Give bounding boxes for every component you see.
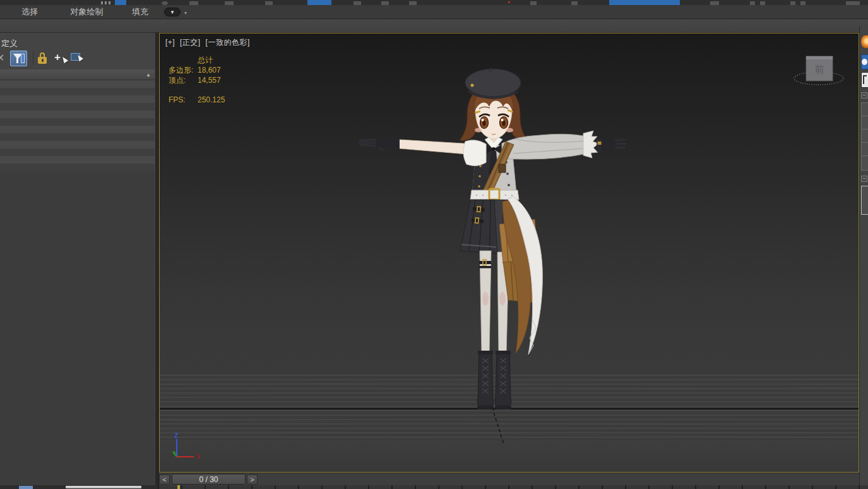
panel-field-partial[interactable] [861, 186, 868, 215]
filter-icon-stem [16, 58, 18, 63]
ribbon-body-collapsed [0, 20, 868, 33]
ribbon-tab-row: 选择 对象绘制 填充 ▾ ▾ [0, 5, 868, 19]
track-bar-ticks[interactable] [158, 485, 868, 489]
boot-left-sole [477, 406, 494, 409]
thigh-strap-upper [479, 261, 491, 264]
stats-polygons-value: 18,607 [198, 65, 225, 75]
stats-vertices-value: 14,557 [198, 75, 225, 85]
panel-icon-blue[interactable] [861, 54, 868, 69]
mini-scrollbar[interactable] [66, 486, 141, 488]
list-column-header[interactable]: ▲ [0, 69, 155, 80]
rollout-collapse-icon[interactable]: − [861, 92, 867, 99]
cuff-frill [583, 131, 598, 158]
toolbar-icon-fragment[interactable] [508, 1, 510, 3]
beret-stub [489, 68, 492, 72]
ribbon-tab-object-paint[interactable]: 对象绘制 [63, 5, 110, 19]
viewcube-top-edge [806, 56, 833, 59]
ribbon-dropdown-caret-icon[interactable]: ▾ [184, 10, 187, 16]
close-icon[interactable]: ✕ [0, 52, 4, 64]
command-panel-strip: − − [859, 27, 868, 489]
sort-ascending-icon[interactable]: ▲ [146, 72, 151, 78]
toolbar-icon-fragment[interactable] [109, 1, 110, 4]
panel-toolbar: ✕ + [0, 51, 155, 68]
sleeve-right-long [502, 134, 587, 159]
panel-title: 定义 [1, 38, 18, 49]
ribbon-tab-populate[interactable]: 填充 [124, 5, 157, 19]
character-model[interactable] [350, 66, 628, 414]
toolbar-icon-fragment[interactable] [101, 1, 103, 4]
viewport-statistics: 总计 多边形: 18,607 顶点: 14,557 FPS: 250.125 [169, 55, 225, 105]
create-tab-icon[interactable] [861, 35, 868, 48]
world-axis-tripod: Z X [172, 432, 201, 461]
stats-vertices-label: 顶点: [169, 75, 198, 85]
filter-button[interactable] [10, 51, 27, 66]
sash-emblem [499, 164, 506, 172]
glove-right-wrist [597, 139, 602, 152]
beret [465, 69, 521, 97]
pick-object-icon[interactable] [71, 53, 80, 61]
list-rows[interactable] [0, 80, 155, 171]
blush-left [475, 128, 482, 133]
toolbar-icon-fragment[interactable] [105, 1, 107, 4]
sleeve-left-puff [463, 140, 486, 166]
blush-right [506, 128, 513, 133]
viewcube[interactable]: 前 [794, 56, 843, 85]
glove-right [602, 138, 616, 151]
knee-blush-left [482, 292, 489, 306]
panel-icon-white[interactable] [861, 72, 868, 88]
status-fragment-blue[interactable] [19, 486, 33, 489]
toolbar-separator [33, 52, 33, 65]
stats-total-label: 总计 [198, 55, 225, 65]
left-panel: 定义 ✕ + ▲ [0, 33, 155, 485]
3dsmax-window: 选择 对象绘制 填充 ▾ ▾ 定义 ✕ + [0, 0, 868, 489]
ribbon-tab-select[interactable]: 选择 [13, 5, 47, 19]
viewport-view-button[interactable]: [正交] [180, 38, 201, 47]
toolbar-active-button[interactable] [307, 0, 331, 5]
filter-icon-box [21, 54, 25, 63]
viewcube-face-label[interactable]: 前 [815, 64, 824, 75]
definition-list: ▲ [0, 69, 155, 485]
select-move-button[interactable] [115, 0, 126, 5]
boot-right-sole [495, 406, 511, 409]
cursor-arrow-icon [76, 54, 83, 62]
stats-polygons-label: 多边形: [169, 65, 198, 75]
time-slider[interactable]: 0 / 30 [172, 474, 246, 485]
add-cursor-icon[interactable]: + [54, 51, 67, 65]
toolbar-active-dropdown[interactable] [609, 0, 680, 5]
beret-pin [471, 84, 474, 87]
boots [477, 351, 511, 409]
viewport-menu-button[interactable]: [+] [165, 38, 175, 47]
time-slider-bar: < 0 / 30 > [159, 473, 859, 485]
viewport-shading-button[interactable]: [一致的色彩] [206, 38, 250, 47]
viewport-label: [+] [正交] [一致的色彩] [165, 37, 253, 48]
ribbon-overflow-button[interactable]: ▾ [164, 8, 181, 16]
main-toolbar-strip [0, 0, 868, 5]
viewport[interactable]: 前 Z X [159, 33, 859, 473]
lock-icon[interactable] [38, 52, 47, 64]
subobject-button-stack[interactable] [861, 102, 868, 171]
z-axis-label: Z [174, 432, 178, 439]
arm-left [359, 138, 486, 166]
cursor-arrow-icon [61, 56, 68, 64]
next-frame-button[interactable]: > [247, 474, 258, 485]
track-bar-key-marker[interactable] [177, 485, 180, 489]
stats-fps-label: FPS: [169, 95, 198, 105]
x-axis-label: X [196, 454, 201, 461]
track-bar-strip [0, 485, 868, 489]
stats-fps-value: 250.125 [198, 95, 225, 105]
knee-blush-right [499, 292, 506, 306]
rollout-collapse-icon[interactable]: − [861, 176, 867, 182]
previous-frame-button[interactable]: < [159, 474, 170, 485]
thigh-strap-lower [479, 266, 491, 269]
